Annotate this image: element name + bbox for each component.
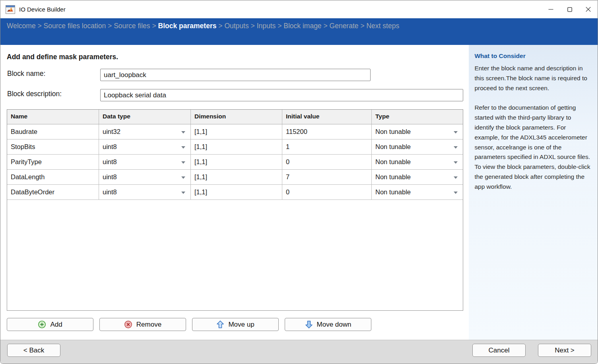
dropdown-caret-icon[interactable]: [454, 176, 458, 179]
table-action-buttons: AddRemoveMove upMove down: [7, 318, 371, 331]
cell-dimension[interactable]: [1,1]: [191, 155, 282, 169]
close-button[interactable]: [579, 0, 598, 18]
breadcrumb-separator: >: [36, 22, 44, 30]
move-down-button[interactable]: Move down: [285, 318, 371, 331]
dropdown-caret-icon[interactable]: [181, 176, 185, 179]
cell-data-type[interactable]: uint8: [99, 155, 191, 169]
move-up-icon: [216, 320, 224, 329]
dropdown-caret-icon[interactable]: [454, 131, 458, 134]
breadcrumb-separator: >: [276, 22, 283, 30]
cell-type[interactable]: Non tunable: [372, 155, 463, 169]
cell-initial-value[interactable]: 1: [282, 139, 372, 154]
cell-type[interactable]: Non tunable: [372, 185, 463, 199]
cell-value: DataLength: [11, 173, 45, 181]
page-heading: Add and define mask parameters.: [7, 53, 118, 61]
cell-name[interactable]: Baudrate: [7, 124, 99, 139]
column-header-type: Type: [372, 110, 463, 124]
block-description-input[interactable]: [100, 89, 463, 101]
sidebar-help-panel: What to Consider Enter the block name an…: [469, 45, 598, 341]
dropdown-caret-icon[interactable]: [181, 161, 185, 164]
next-button[interactable]: Next >: [538, 344, 591, 357]
add-button-label: Add: [50, 321, 62, 329]
cell-value: uint8: [103, 173, 117, 181]
breadcrumb-separator: >: [106, 22, 114, 30]
cell-value: Non tunable: [375, 158, 411, 166]
dropdown-caret-icon[interactable]: [181, 192, 185, 194]
cell-name[interactable]: DataByteOrder: [7, 185, 99, 199]
table-header-row: NameData typeDimensionInitial valueType: [7, 110, 463, 124]
cell-initial-value[interactable]: 115200: [282, 124, 372, 139]
dropdown-caret-icon[interactable]: [181, 131, 185, 134]
cell-data-type[interactable]: uint8: [99, 139, 191, 154]
cell-data-type[interactable]: uint32: [99, 124, 191, 139]
dropdown-caret-icon[interactable]: [454, 192, 458, 194]
cell-name[interactable]: ParityType: [7, 155, 99, 169]
window-title: IO Device Builder: [19, 6, 66, 13]
cell-value: [1,1]: [194, 158, 207, 166]
block-name-input[interactable]: [100, 69, 371, 81]
breadcrumb-separator: >: [150, 22, 158, 30]
cell-value: Non tunable: [375, 143, 411, 151]
column-header-name: Name: [7, 110, 99, 124]
breadcrumb-item-welcome: Welcome: [7, 22, 36, 30]
cell-value: Non tunable: [375, 128, 411, 136]
cell-type[interactable]: Non tunable: [372, 139, 463, 154]
cell-value: [1,1]: [194, 128, 207, 136]
table-row-stopbits: StopBitsuint8[1,1]1Non tunable: [7, 139, 463, 155]
breadcrumb: Welcome > Source files location > Source…: [0, 18, 598, 45]
breadcrumb-item-source-files-location: Source files location: [44, 22, 106, 30]
cell-dimension[interactable]: [1,1]: [191, 124, 282, 139]
cell-value: 115200: [286, 128, 307, 136]
dropdown-caret-icon[interactable]: [181, 146, 185, 149]
cell-value: 0: [286, 158, 289, 166]
cell-name[interactable]: StopBits: [7, 139, 99, 154]
breadcrumb-separator: >: [322, 22, 330, 30]
cell-value: uint8: [103, 158, 117, 166]
cancel-button[interactable]: Cancel: [472, 344, 526, 357]
cell-initial-value[interactable]: 0: [282, 155, 372, 169]
remove-button-label: Remove: [136, 321, 161, 329]
breadcrumb-item-inputs: Inputs: [257, 22, 276, 30]
sidebar-paragraph: Refer to the documentation of getting st…: [474, 103, 591, 192]
sidebar-paragraph: Enter the block name and description in …: [474, 64, 591, 93]
cell-value: uint32: [103, 128, 120, 136]
cell-value: [1,1]: [194, 173, 207, 181]
window-controls: [542, 0, 598, 18]
cell-dimension[interactable]: [1,1]: [191, 139, 282, 154]
cell-dimension[interactable]: [1,1]: [191, 170, 282, 184]
add-button[interactable]: Add: [7, 318, 93, 331]
breadcrumb-separator: >: [249, 22, 257, 30]
cell-value: Non tunable: [375, 173, 411, 181]
dropdown-caret-icon[interactable]: [454, 146, 458, 149]
add-icon: [38, 320, 46, 329]
cell-value: ParityType: [11, 158, 42, 166]
cell-value: DataByteOrder: [11, 188, 54, 196]
table-row-datalength: DataLengthuint8[1,1]7Non tunable: [7, 170, 463, 185]
matlab-app-icon: [6, 5, 15, 14]
move-up-button-label: Move up: [228, 321, 254, 329]
dropdown-caret-icon[interactable]: [454, 161, 458, 164]
breadcrumb-item-block-parameters: Block parameters: [158, 22, 217, 30]
cell-type[interactable]: Non tunable: [372, 124, 463, 139]
back-button[interactable]: < Back: [7, 344, 60, 357]
minimize-button[interactable]: [542, 0, 560, 18]
cell-data-type[interactable]: uint8: [99, 185, 191, 199]
cell-value: 7: [286, 173, 289, 181]
breadcrumb-item-outputs: Outputs: [224, 22, 249, 30]
breadcrumb-item-block-image: Block image: [283, 22, 321, 30]
cell-data-type[interactable]: uint8: [99, 170, 191, 184]
move-up-button[interactable]: Move up: [192, 318, 279, 331]
remove-button[interactable]: Remove: [99, 318, 186, 331]
cell-value: Non tunable: [375, 188, 411, 196]
cell-initial-value[interactable]: 7: [282, 170, 372, 184]
maximize-button[interactable]: [560, 0, 579, 18]
cell-value: [1,1]: [194, 143, 207, 151]
move-down-button-label: Move down: [317, 321, 351, 329]
cell-dimension[interactable]: [1,1]: [191, 185, 282, 199]
cell-initial-value[interactable]: 0: [282, 185, 372, 199]
column-header-initial-value: Initial value: [282, 110, 372, 124]
block-description-label: Block description:: [7, 90, 62, 98]
cell-type[interactable]: Non tunable: [372, 170, 463, 184]
column-header-dimension: Dimension: [191, 110, 282, 124]
cell-name[interactable]: DataLength: [7, 170, 99, 184]
